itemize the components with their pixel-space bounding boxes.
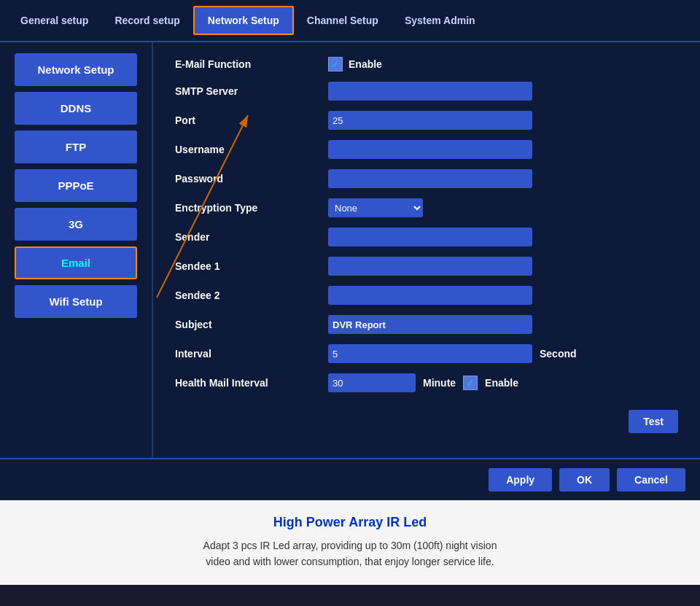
info-text: Adapt 3 pcs IR Led array, providing up t… [29, 537, 671, 570]
sidebar-item-ddns[interactable]: DDNS [15, 92, 137, 125]
row-sendee2: Sendee 2 [175, 286, 678, 305]
row-sendee1: Sendee 1 [175, 257, 678, 276]
sidebar-item-pppoe[interactable]: PPPoE [15, 169, 137, 202]
health-label: Health Mail Interval [175, 377, 321, 389]
row-email-function: E-Mail Function ✓ Enable [175, 57, 678, 71]
interval-unit: Second [540, 348, 577, 360]
row-port: Port [175, 111, 678, 130]
tab-channel-setup[interactable]: Channel Setup [294, 7, 392, 34]
sidebar-item-email[interactable]: Email [15, 246, 137, 279]
health-input[interactable] [328, 373, 416, 392]
tab-record-setup[interactable]: Record setup [101, 7, 192, 34]
sendee1-input[interactable] [328, 257, 532, 276]
main-container: General setup Record setup Network Setup… [0, 0, 700, 585]
content-wrapper: E-Mail Function ✓ Enable SMTP Server Po [153, 42, 700, 458]
test-button[interactable]: Test [629, 410, 678, 433]
subject-input[interactable] [328, 315, 532, 334]
interval-label: Interval [175, 348, 321, 360]
sidebar-item-network-setup[interactable]: Network Setup [15, 53, 137, 86]
apply-button[interactable]: Apply [489, 468, 552, 492]
row-smtp-server: SMTP Server [175, 82, 678, 101]
sidebar: Network Setup DDNS FTP PPPoE 3G Email Wi… [0, 42, 153, 458]
health-enable-label: Enable [485, 377, 518, 389]
row-username: Username [175, 140, 678, 159]
email-function-enable-label: Enable [349, 58, 382, 70]
sender-label: Sender [175, 231, 321, 243]
password-input[interactable] [328, 169, 532, 188]
smtp-server-input[interactable] [328, 82, 532, 101]
row-encryption: Enctryption Type None SSL TLS [175, 198, 678, 217]
form-panel: E-Mail Function ✓ Enable SMTP Server Po [153, 42, 700, 448]
encryption-label: Enctryption Type [175, 202, 321, 214]
sendee2-input[interactable] [328, 286, 532, 305]
info-section: High Power Array IR Led Adapt 3 pcs IR L… [0, 500, 700, 585]
sidebar-item-ftp[interactable]: FTP [15, 131, 137, 163]
info-title: High Power Array IR Led [29, 515, 671, 530]
smtp-server-label: SMTP Server [175, 85, 321, 97]
tab-general-setup[interactable]: General setup [7, 7, 101, 34]
row-sender: Sender [175, 228, 678, 246]
encryption-dropdown[interactable]: None SSL TLS [328, 198, 423, 217]
tab-network-setup[interactable]: Network Setup [193, 6, 294, 35]
top-nav: General setup Record setup Network Setup… [0, 0, 700, 42]
row-interval: Interval Second [175, 344, 678, 363]
action-bar: Apply OK Cancel [0, 458, 700, 500]
email-function-checkbox[interactable]: ✓ [328, 57, 343, 71]
sidebar-item-wifi-setup[interactable]: Wifi Setup [15, 285, 137, 318]
row-subject: Subject [175, 315, 678, 334]
cancel-button[interactable]: Cancel [617, 468, 685, 492]
email-function-checkbox-group: ✓ Enable [328, 57, 382, 71]
interval-input[interactable] [328, 344, 532, 363]
tab-system-admin[interactable]: System Admin [392, 7, 489, 34]
sendee2-label: Sendee 2 [175, 290, 321, 301]
row-health: Health Mail Interval Minute ✓ Enable [175, 373, 678, 392]
password-label: Password [175, 173, 321, 184]
health-unit: Minute [423, 377, 456, 389]
sender-input[interactable] [328, 228, 532, 246]
checkbox-check-icon: ✓ [331, 58, 340, 70]
username-label: Username [175, 144, 321, 155]
sidebar-item-3g[interactable]: 3G [15, 208, 137, 241]
username-input[interactable] [328, 140, 532, 159]
subject-label: Subject [175, 319, 321, 330]
content-area: Network Setup DDNS FTP PPPoE 3G Email Wi… [0, 42, 700, 458]
ok-button[interactable]: OK [559, 468, 610, 492]
port-input[interactable] [328, 111, 532, 130]
sendee1-label: Sendee 1 [175, 260, 321, 272]
email-function-label: E-Mail Function [175, 58, 321, 70]
row-password: Password [175, 169, 678, 188]
health-enable-checkbox[interactable]: ✓ [463, 376, 478, 390]
health-check-icon: ✓ [466, 377, 475, 389]
port-label: Port [175, 114, 321, 126]
